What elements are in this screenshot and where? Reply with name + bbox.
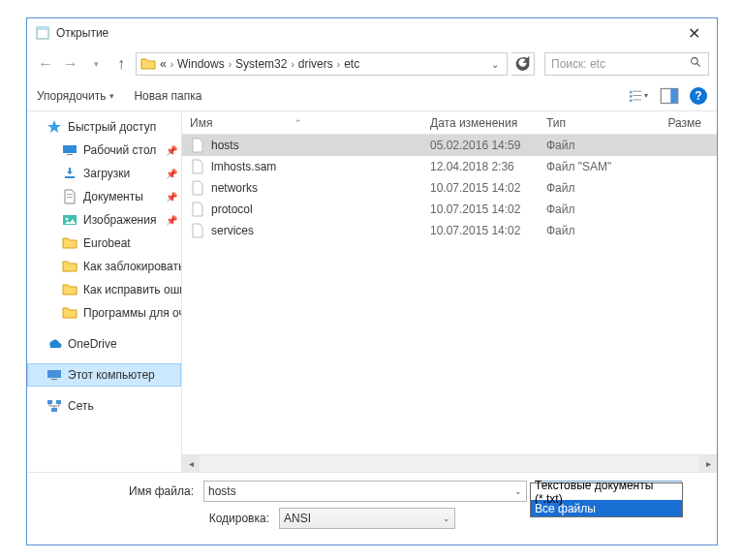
file-icon <box>190 159 205 174</box>
sidebar-folder-eurobeat[interactable]: Eurobeat <box>27 232 181 255</box>
svg-rect-15 <box>65 176 75 178</box>
svg-rect-14 <box>67 154 73 155</box>
dialog-title: Открытие <box>56 26 108 40</box>
open-file-dialog: Открытие ✕ ← → ▾ ↑ «› Windows› System32›… <box>26 17 718 545</box>
file-row[interactable]: hosts 05.02.2016 14:59 Файл <box>182 135 717 156</box>
help-button[interactable]: ? <box>690 87 707 105</box>
svg-rect-9 <box>633 99 641 100</box>
svg-rect-6 <box>630 95 633 98</box>
file-icon <box>190 223 205 238</box>
organize-button[interactable]: Упорядочить▾ <box>37 89 114 103</box>
svg-marker-12 <box>47 120 61 133</box>
sidebar-folder-fix[interactable]: Как исправить оши <box>27 278 181 301</box>
svg-rect-7 <box>633 95 641 96</box>
scroll-right-icon[interactable]: ▸ <box>699 455 717 473</box>
star-icon <box>46 119 62 135</box>
folder-icon <box>62 259 77 274</box>
sidebar: Быстрый доступ Рабочий стол📌 Загрузки📌 Д… <box>27 111 182 472</box>
encoding-select[interactable]: ANSI⌄ <box>279 508 455 529</box>
sidebar-desktop[interactable]: Рабочий стол📌 <box>27 139 181 162</box>
column-headers: Имя ⌃ Дата изменения Тип Разме <box>182 111 717 135</box>
search-input[interactable]: Поиск: etc <box>544 52 709 76</box>
body: Быстрый доступ Рабочий стол📌 Загрузки📌 Д… <box>27 111 717 472</box>
sidebar-onedrive[interactable]: OneDrive <box>27 332 181 356</box>
folder-icon <box>62 305 77 321</box>
refresh-button[interactable] <box>511 52 535 76</box>
chevron-down-icon: ⌄ <box>439 513 450 523</box>
file-row[interactable]: protocol 10.07.2015 14:02 Файл <box>182 199 717 220</box>
horizontal-scrollbar[interactable]: ◂ ▸ <box>182 454 717 472</box>
svg-rect-23 <box>56 400 61 404</box>
sort-indicator-icon: ⌃ <box>294 118 302 128</box>
pin-icon: 📌 <box>166 215 177 226</box>
breadcrumb-etc[interactable]: etc <box>344 57 359 71</box>
recent-dropdown[interactable]: ▾ <box>85 53 107 75</box>
file-row[interactable]: services 10.07.2015 14:02 Файл <box>182 220 717 241</box>
sidebar-this-pc[interactable]: Этот компьютер <box>27 363 181 387</box>
column-size[interactable]: Разме <box>643 116 701 130</box>
up-button[interactable]: ↑ <box>110 53 132 75</box>
file-icon <box>190 180 205 196</box>
pc-icon <box>46 367 62 383</box>
forward-button[interactable]: → <box>60 53 81 75</box>
address-bar[interactable]: «› Windows› System32› drivers› etc ⌄ <box>136 52 508 76</box>
column-name[interactable]: Имя ⌃ <box>190 116 430 130</box>
sidebar-pictures[interactable]: Изображения📌 <box>27 208 181 232</box>
svg-rect-13 <box>63 145 77 153</box>
pictures-icon <box>62 212 77 228</box>
svg-rect-11 <box>670 88 678 103</box>
filename-input[interactable]: hosts⌄ <box>203 481 527 502</box>
svg-rect-22 <box>47 400 52 404</box>
sidebar-downloads[interactable]: Загрузки📌 <box>27 162 181 185</box>
file-row[interactable]: networks 10.07.2015 14:02 Файл <box>182 177 717 199</box>
svg-rect-20 <box>47 370 61 378</box>
sidebar-folder-block[interactable]: Как заблокировать <box>27 255 181 278</box>
preview-pane-button[interactable] <box>659 85 680 107</box>
file-rows: hosts 05.02.2016 14:59 Файл lmhosts.sam … <box>182 135 717 241</box>
documents-icon <box>62 189 77 204</box>
sidebar-quick-access[interactable]: Быстрый доступ <box>27 115 181 139</box>
svg-rect-4 <box>630 90 633 93</box>
desktop-icon <box>62 142 77 158</box>
file-list-area: Имя ⌃ Дата изменения Тип Разме hosts 05.… <box>182 111 717 472</box>
sidebar-folder-programs[interactable]: Программы для оч <box>27 301 181 325</box>
svg-rect-21 <box>51 379 57 380</box>
scroll-left-icon[interactable]: ◂ <box>182 455 200 473</box>
breadcrumb-root[interactable]: «› <box>160 57 177 71</box>
nav-row: ← → ▾ ↑ «› Windows› System32› drivers› e… <box>27 47 717 80</box>
close-button[interactable]: ✕ <box>678 21 709 45</box>
sidebar-network[interactable]: Сеть <box>27 394 181 418</box>
svg-point-2 <box>692 58 698 65</box>
filename-label: Имя файла: <box>39 484 203 498</box>
file-icon <box>190 138 205 153</box>
file-icon <box>190 202 205 217</box>
sidebar-documents[interactable]: Документы📌 <box>27 185 181 208</box>
onedrive-icon <box>46 336 62 352</box>
svg-rect-8 <box>630 99 633 102</box>
folder-icon <box>62 235 77 251</box>
folder-icon <box>62 282 77 297</box>
breadcrumb-system32[interactable]: System32› <box>235 57 298 71</box>
svg-rect-5 <box>633 90 641 91</box>
pin-icon: 📌 <box>166 169 177 179</box>
back-button[interactable]: ← <box>35 53 56 75</box>
column-type[interactable]: Тип <box>546 116 643 130</box>
search-icon <box>690 56 702 72</box>
app-icon <box>35 25 50 41</box>
address-dropdown[interactable]: ⌄ <box>487 59 503 70</box>
file-type-dropdown: Текстовые документы (*.txt) Все файлы <box>530 482 683 517</box>
network-icon <box>46 398 62 414</box>
svg-point-19 <box>66 218 69 221</box>
column-date[interactable]: Дата изменения <box>430 116 546 130</box>
search-placeholder: Поиск: etc <box>551 57 605 71</box>
pin-icon: 📌 <box>166 192 177 202</box>
svg-rect-16 <box>67 194 73 195</box>
breadcrumb-drivers[interactable]: drivers› <box>298 57 344 71</box>
new-folder-button[interactable]: Новая папка <box>134 89 201 103</box>
file-row[interactable]: lmhosts.sam 12.04.2018 2:36 Файл "SAM" <box>182 156 717 177</box>
downloads-icon <box>62 166 77 181</box>
view-mode-button[interactable]: ▾ <box>628 85 649 107</box>
toolbar: Упорядочить▾ Новая папка ▾ ? <box>27 80 717 111</box>
breadcrumb-windows[interactable]: Windows› <box>177 57 235 71</box>
filter-option-txt[interactable]: Текстовые документы (*.txt) <box>531 483 682 500</box>
